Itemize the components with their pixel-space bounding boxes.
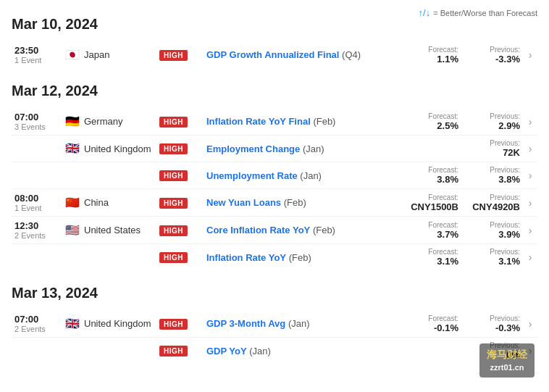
previous-value: CNY4920B (464, 201, 520, 212)
country-cell: 🇯🇵Japan (62, 41, 156, 68)
forecast-cell: Forecast:CNY1500B (400, 189, 461, 217)
chevron-cell[interactable]: › (523, 310, 537, 338)
table-row: 12:302 Events🇺🇸United StatesHIGHCore Inf… (12, 217, 537, 244)
event-name[interactable]: Core Inflation Rate YoY (206, 225, 310, 235)
event-period: (Feb) (284, 197, 306, 208)
event-name[interactable]: GDP YoY (206, 346, 247, 356)
chevron-cell[interactable]: › (523, 189, 537, 217)
flag-icon: 🇺🇸 (65, 225, 80, 236)
event-count: 1 Event (14, 204, 59, 212)
previous-cell: Previous:-0.3% (461, 310, 523, 338)
forecast-value: CNY1500B (403, 201, 458, 212)
chevron-icon[interactable]: › (529, 197, 532, 209)
country-name: United Kingdom (84, 143, 151, 154)
previous-value: 72K (464, 147, 520, 158)
previous-cell: Previous:3.1% (461, 244, 523, 271)
previous-value: 3.8% (464, 174, 520, 185)
forecast-label: Forecast: (403, 166, 458, 174)
table-row: HIGHUnemployment Rate (Jan)Forecast:3.8%… (12, 162, 537, 189)
table-row: 07:002 Events🇬🇧United KingdomHIGHGDP 3-M… (12, 310, 537, 338)
previous-label: Previous: (464, 314, 520, 322)
event-name-cell[interactable]: GDP YoY (Jan) (204, 338, 400, 364)
previous-label: Previous: (464, 341, 520, 349)
impact-badge: HIGH (159, 252, 188, 263)
event-name-cell[interactable]: Core Inflation Rate YoY (Feb) (204, 217, 400, 244)
previous-value: -0.3% (464, 322, 520, 333)
event-period: (Q4) (342, 49, 361, 60)
event-name-cell[interactable]: Inflation Rate YoY Final (Feb) (204, 108, 400, 135)
forecast-cell: Forecast:3.7% (400, 217, 461, 244)
event-name[interactable]: New Yuan Loans (206, 197, 281, 208)
chevron-icon[interactable]: › (529, 225, 532, 236)
chevron-cell[interactable]: › (523, 162, 537, 189)
event-name[interactable]: Inflation Rate YoY Final (206, 116, 311, 127)
impact-cell: HIGH (156, 338, 204, 364)
event-count: 2 Events (14, 231, 59, 240)
chevron-icon[interactable]: › (529, 49, 532, 61)
impact-cell: HIGH (156, 244, 204, 271)
previous-cell: Previous:CNY4920B (461, 189, 523, 217)
forecast-value: 2.5% (403, 120, 458, 131)
impact-badge: HIGH (159, 198, 188, 209)
country-cell: 🇨🇳China (62, 189, 156, 217)
chevron-icon[interactable]: › (529, 318, 532, 330)
flag-icon: 🇨🇳 (65, 197, 80, 209)
event-name[interactable]: GDP 3-Month Avg (206, 318, 285, 329)
event-name-cell[interactable]: GDP Growth Annualized Final (Q4) (204, 41, 400, 68)
event-name[interactable]: GDP Growth Annualized Final (206, 49, 339, 60)
event-name-cell[interactable]: Employment Change (Jan) (204, 135, 400, 162)
chevron-icon[interactable]: › (529, 345, 532, 356)
event-period: (Jan) (249, 346, 271, 356)
legend: ↑/↓ = Better/Worse than Forecast (419, 7, 537, 18)
impact-badge: HIGH (159, 50, 188, 61)
forecast-value: 1.1% (403, 54, 458, 64)
table-row: 🇬🇧United KingdomHIGHEmployment Change (J… (12, 135, 537, 162)
forecast-value: 3.7% (403, 229, 458, 240)
forecast-label: Forecast: (403, 46, 458, 54)
chevron-cell[interactable]: › (523, 244, 537, 271)
flag-icon: 🇯🇵 (65, 49, 80, 61)
chevron-icon[interactable]: › (529, 116, 532, 128)
event-name[interactable]: Inflation Rate YoY (206, 252, 286, 263)
chevron-cell[interactable]: › (523, 338, 537, 364)
forecast-cell (400, 135, 461, 162)
chevron-icon[interactable]: › (529, 143, 532, 154)
country-cell (62, 338, 156, 364)
forecast-cell: Forecast:3.1% (400, 244, 461, 271)
chevron-cell[interactable]: › (523, 217, 537, 244)
country-name: China (84, 197, 109, 208)
time-value: 12:30 (14, 220, 59, 231)
impact-badge: HIGH (159, 170, 188, 181)
chevron-icon[interactable]: › (529, 251, 532, 263)
event-name[interactable]: Unemployment Rate (206, 170, 298, 181)
chevron-icon[interactable]: › (529, 170, 532, 181)
event-period: (Feb) (289, 252, 311, 263)
time-cell: 23:501 Event (12, 41, 62, 68)
event-name-cell[interactable]: GDP 3-Month Avg (Jan) (204, 310, 400, 338)
country-cell: 🇬🇧United Kingdom (62, 310, 156, 338)
impact-badge: HIGH (159, 346, 188, 356)
chevron-cell[interactable]: › (523, 135, 537, 162)
event-name-cell[interactable]: New Yuan Loans (Feb) (204, 189, 400, 217)
table-row: 23:501 Event🇯🇵JapanHIGHGDP Growth Annual… (12, 41, 537, 68)
event-name-cell[interactable]: Inflation Rate YoY (Feb) (204, 244, 400, 271)
time-cell (12, 244, 62, 271)
events-table-0: 23:501 Event🇯🇵JapanHIGHGDP Growth Annual… (12, 41, 537, 68)
impact-badge: HIGH (159, 143, 188, 154)
flag-icon: 🇬🇧 (65, 318, 80, 330)
event-count: 1 Event (14, 56, 59, 64)
previous-value: 0% (464, 349, 520, 360)
forecast-cell: Forecast:2.5% (400, 108, 461, 135)
forecast-label: Forecast: (403, 248, 458, 256)
page-wrapper: ↑/↓ = Better/Worse than Forecast Mar 10,… (0, 0, 549, 377)
table-row: HIGHGDP YoY (Jan)Previous:0%› (12, 338, 537, 364)
previous-cell: Previous:3.9% (461, 217, 523, 244)
previous-label: Previous: (464, 221, 520, 229)
previous-value: 2.9% (464, 120, 520, 131)
chevron-cell[interactable]: › (523, 41, 537, 68)
previous-cell: Previous:72K (461, 135, 523, 162)
forecast-value: -0.1% (403, 322, 458, 333)
event-name[interactable]: Employment Change (206, 143, 300, 154)
chevron-cell[interactable]: › (523, 108, 537, 135)
event-name-cell[interactable]: Unemployment Rate (Jan) (204, 162, 400, 189)
